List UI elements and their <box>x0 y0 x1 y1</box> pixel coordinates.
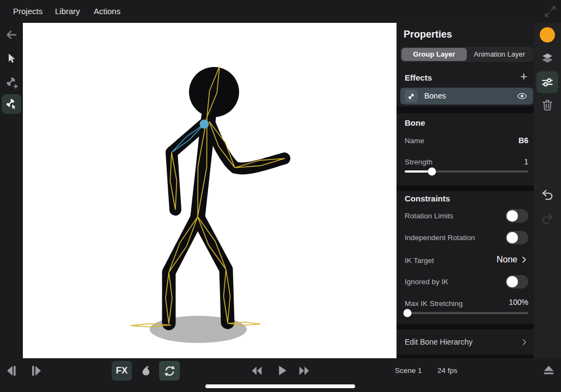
edit-bone-hierarchy-label: Edit Bone Hierarchy <box>405 329 473 355</box>
prev-frame-button[interactable] <box>4 364 19 378</box>
bone-tool-button-selected[interactable] <box>2 94 21 114</box>
rewind-button[interactable] <box>249 364 265 378</box>
stick-figure <box>23 23 397 358</box>
visibility-eye-icon[interactable] <box>516 90 528 104</box>
add-bone-tool-button[interactable] <box>0 75 23 90</box>
trash-icon <box>540 98 554 112</box>
eject-icon <box>541 363 556 378</box>
bone-overlay[interactable] <box>131 66 285 327</box>
animation-canvas[interactable] <box>23 23 397 358</box>
timeline-bar: FX <box>0 358 561 392</box>
properties-panel: Properties Group Layer Animation Layer E… <box>397 23 534 358</box>
back-arrow-icon <box>5 28 18 41</box>
section-divider <box>397 186 534 191</box>
max-ik-stretching-value: 100% <box>509 298 528 307</box>
menu-library[interactable]: Library <box>55 0 80 23</box>
scene-label[interactable]: Scene 1 <box>395 358 422 383</box>
undo-icon <box>540 188 554 202</box>
next-frame-button[interactable] <box>29 364 44 378</box>
chevron-right-icon <box>520 255 528 266</box>
rotation-limits-toggle[interactable] <box>505 209 528 223</box>
bone-section: Bone Name B6 Strength 1 <box>397 113 534 186</box>
right-icon-strip <box>534 23 561 358</box>
bone-tool-icon <box>4 97 19 111</box>
section-divider <box>397 107 534 113</box>
app-window: Projects Library Actions <box>0 0 561 392</box>
eject-button[interactable] <box>541 363 556 378</box>
play-button[interactable] <box>275 363 289 378</box>
figure-head <box>189 67 239 117</box>
redo-icon <box>540 212 554 226</box>
bone-section-header: Bone <box>405 118 425 127</box>
cursor-icon <box>5 52 18 65</box>
bone-effect-badge <box>405 90 418 102</box>
top-menu-bar: Projects Library Actions <box>0 0 561 23</box>
selected-joint <box>200 120 209 129</box>
panel-title: Properties <box>404 29 452 40</box>
tab-group-layer[interactable]: Group Layer <box>401 48 467 61</box>
independent-rotation-label: Independent Rotation <box>405 234 475 242</box>
toggle-knob <box>507 276 518 287</box>
effects-header: Effects <box>405 73 432 82</box>
independent-rotation-toggle[interactable] <box>505 231 528 244</box>
fullscreen-expand-icon[interactable] <box>543 4 557 21</box>
chevron-right-icon <box>520 338 528 348</box>
redo-button-disabled[interactable] <box>540 212 554 228</box>
onion-skin-button[interactable] <box>136 361 156 381</box>
max-ik-slider[interactable] <box>405 312 528 314</box>
loop-icon <box>163 364 176 378</box>
step-back-icon <box>4 364 19 378</box>
add-effect-button[interactable]: + <box>520 70 527 84</box>
back-button[interactable] <box>0 28 23 41</box>
menu-actions[interactable]: Actions <box>94 0 120 23</box>
left-toolbar <box>0 23 23 358</box>
bone-name-value[interactable]: B6 <box>519 136 528 145</box>
ignored-by-ik-label: Ignored by IK <box>405 278 448 286</box>
max-ik-stretching-label: Max IK Stretching <box>405 299 463 308</box>
ik-target-value[interactable]: None <box>497 255 517 265</box>
undo-button[interactable] <box>540 188 554 204</box>
strength-slider[interactable] <box>405 170 528 173</box>
fast-forward-icon <box>296 364 312 378</box>
ignored-by-ik-toggle[interactable] <box>505 275 528 289</box>
toggle-knob <box>507 232 518 243</box>
timeline-scrubber[interactable] <box>205 384 355 388</box>
ik-target-label: IK Target <box>405 256 434 265</box>
layers-icon <box>540 51 554 65</box>
panel-header-section: Properties Group Layer Animation Layer E… <box>397 23 534 107</box>
sliders-icon <box>540 75 554 89</box>
max-ik-slider-thumb[interactable] <box>403 309 411 317</box>
fx-button[interactable]: FX <box>112 361 132 381</box>
section-divider <box>397 324 534 329</box>
color-swatch-button[interactable] <box>540 27 555 42</box>
edit-bone-hierarchy-row[interactable]: Edit Bone Hierarchy <box>397 329 534 355</box>
rewind-icon <box>249 364 265 378</box>
fast-forward-button[interactable] <box>296 364 312 378</box>
select-tool-button[interactable] <box>0 52 23 65</box>
loop-playback-button-selected[interactable] <box>159 361 180 381</box>
add-bone-icon <box>4 75 19 90</box>
onion-icon <box>139 364 153 378</box>
strength-slider-thumb[interactable] <box>428 168 436 176</box>
constraints-header: Constraints <box>405 194 450 203</box>
constraints-section: Constraints Rotation Limits Independent … <box>397 191 534 324</box>
effect-row-label: Bones <box>424 88 446 105</box>
figure-body <box>169 117 284 323</box>
bone-icon <box>407 92 416 101</box>
strength-label: Strength <box>405 158 432 166</box>
tab-animation-layer[interactable]: Animation Layer <box>467 48 532 61</box>
toggle-knob <box>507 210 518 222</box>
step-forward-icon <box>29 364 44 378</box>
layers-button[interactable] <box>540 51 554 68</box>
play-icon <box>275 363 289 378</box>
bone-name-label: Name <box>405 137 424 145</box>
strength-value: 1 <box>524 157 528 166</box>
delete-button[interactable] <box>540 98 554 114</box>
adjustments-button-selected[interactable] <box>536 71 558 93</box>
effect-row-bones[interactable]: Bones <box>400 88 533 105</box>
fps-label[interactable]: 24 fps <box>437 358 458 383</box>
rotation-limits-label: Rotation Limits <box>405 212 453 220</box>
layer-tab-bar: Group Layer Animation Layer <box>400 47 533 62</box>
menu-projects[interactable]: Projects <box>13 0 42 23</box>
